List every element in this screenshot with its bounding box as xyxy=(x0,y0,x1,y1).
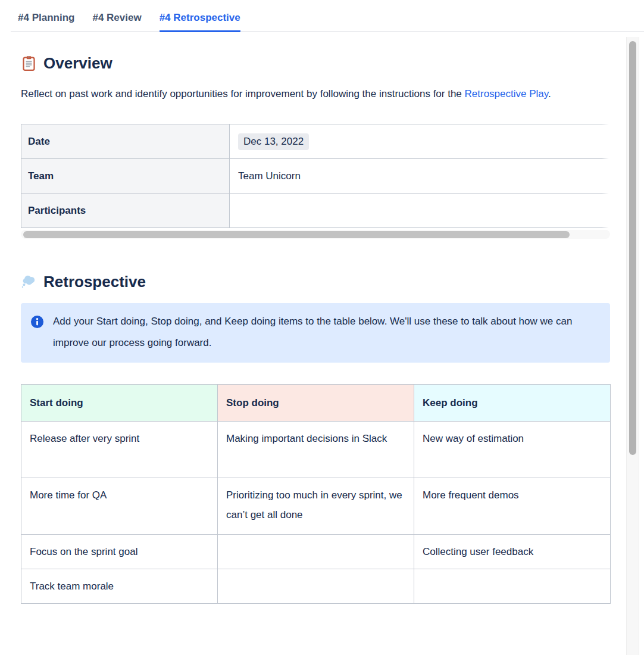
tab-review[interactable]: #4 Review xyxy=(92,12,141,31)
overview-heading: Overview xyxy=(21,54,610,73)
retro-cell[interactable]: Prioritizing too much in every sprint, w… xyxy=(218,478,414,535)
team-label: Team xyxy=(21,159,230,194)
overview-description-period: . xyxy=(548,88,551,99)
info-panel-text: Add your Start doing, Stop doing, and Ke… xyxy=(53,311,601,354)
info-icon xyxy=(30,311,44,354)
retrospective-heading: Retrospective xyxy=(21,272,610,291)
table-row-date: Date Dec 13, 2022 xyxy=(21,124,611,159)
participants-value-cell[interactable] xyxy=(230,194,611,228)
table-row: Focus on the sprint goal Collecting user… xyxy=(21,535,611,569)
date-label: Date xyxy=(21,124,230,159)
vertical-scrollbar-thumb[interactable] xyxy=(629,41,636,455)
retro-cell[interactable]: Making important decisions in Slack xyxy=(218,422,414,478)
retro-cell[interactable] xyxy=(218,569,414,604)
retro-cell[interactable]: Release after very sprint xyxy=(21,422,218,478)
retro-cell[interactable]: New way of estimation xyxy=(414,422,611,478)
retro-cell[interactable]: Track team morale xyxy=(21,569,218,604)
page-tabs: #4 Planning #4 Review #4 Retrospective xyxy=(11,0,644,32)
retro-cell[interactable] xyxy=(414,569,611,604)
retro-cell[interactable]: Collecting user feedback xyxy=(414,535,611,569)
page-content: Overview Reflect on past work and identi… xyxy=(0,54,644,604)
retrospective-play-link[interactable]: Retrospective Play xyxy=(465,88,548,99)
date-lozenge[interactable]: Dec 13, 2022 xyxy=(238,133,309,150)
team-value-cell[interactable]: Team Unicorn xyxy=(230,159,611,194)
retro-cell[interactable]: More frequent demos xyxy=(414,478,611,535)
overview-table: Date Dec 13, 2022 Team Team Unicorn Part… xyxy=(21,124,610,228)
participants-label: Participants xyxy=(21,194,230,228)
overview-heading-label: Overview xyxy=(43,54,112,73)
retro-cell[interactable] xyxy=(218,535,414,569)
table-row: Track team morale xyxy=(21,569,611,604)
tab-planning[interactable]: #4 Planning xyxy=(18,12,74,31)
retrospective-table: Start doing Stop doing Keep doing Releas… xyxy=(21,384,611,604)
vertical-scrollbar-track[interactable] xyxy=(626,37,639,655)
header-keep-doing: Keep doing xyxy=(414,385,611,422)
retro-cell[interactable]: More time for QA xyxy=(21,478,218,535)
retro-cell[interactable]: Focus on the sprint goal xyxy=(21,535,218,569)
info-panel: Add your Start doing, Stop doing, and Ke… xyxy=(21,303,610,363)
retro-table-header-row: Start doing Stop doing Keep doing xyxy=(21,385,611,422)
overview-description: Reflect on past work and identify opport… xyxy=(21,83,610,105)
clipboard-icon xyxy=(21,55,37,71)
header-start-doing: Start doing xyxy=(21,385,218,422)
table-row-participants: Participants xyxy=(21,194,611,228)
overview-table-wrap: Date Dec 13, 2022 Team Team Unicorn Part… xyxy=(21,124,610,228)
header-stop-doing: Stop doing xyxy=(218,385,414,422)
horizontal-scrollbar-thumb[interactable] xyxy=(23,231,570,238)
table-row: Release after very sprint Making importa… xyxy=(21,422,611,478)
thought-balloon-icon xyxy=(21,274,37,290)
overview-description-text: Reflect on past work and identify opport… xyxy=(21,88,465,99)
retrospective-heading-label: Retrospective xyxy=(43,272,146,291)
tab-retrospective[interactable]: #4 Retrospective xyxy=(160,12,240,32)
date-value-cell[interactable]: Dec 13, 2022 xyxy=(230,124,611,159)
table-row: More time for QA Prioritizing too much i… xyxy=(21,478,611,535)
horizontal-scrollbar-track[interactable] xyxy=(21,230,610,239)
table-row-team: Team Team Unicorn xyxy=(21,159,611,194)
